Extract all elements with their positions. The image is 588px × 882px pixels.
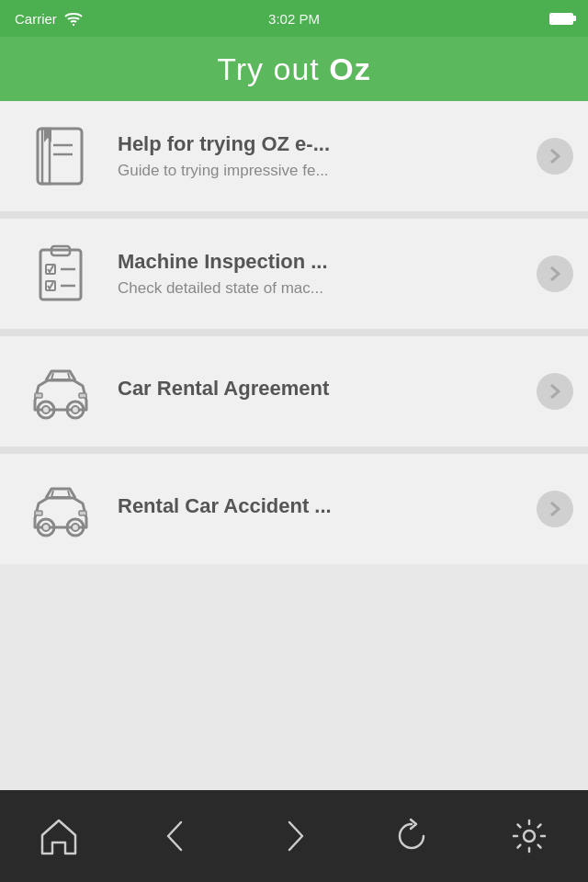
status-bar: Carrier 3:02 PM	[0, 0, 588, 37]
item-title-help: Help for trying OZ e-...	[118, 132, 526, 156]
chevron-help[interactable]	[537, 138, 573, 175]
item-text-rental: Car Rental Agreement	[107, 377, 537, 406]
clipboard-icon	[15, 237, 107, 311]
car-rental-icon	[15, 355, 107, 428]
item-text-help: Help for trying OZ e-... Guide to trying…	[107, 132, 537, 180]
app-title: Try out Oz	[217, 51, 370, 87]
chevron-inspection[interactable]	[537, 255, 573, 292]
item-title-accident: Rental Car Accident ...	[118, 494, 526, 518]
nav-back-button[interactable]	[144, 804, 209, 868]
status-time: 3:02 PM	[268, 11, 320, 27]
nav-refresh-button[interactable]	[379, 804, 444, 868]
svg-point-22	[72, 524, 79, 531]
item-subtitle-help: Guide to trying impressive fe...	[118, 162, 526, 180]
nav-home-button[interactable]	[27, 804, 91, 868]
item-title-inspection: Machine Inspection ...	[118, 250, 526, 274]
item-text-accident: Rental Car Accident ...	[107, 494, 537, 524]
chevron-accident[interactable]	[537, 491, 573, 527]
list-item-help[interactable]: Help for trying OZ e-... Guide to trying…	[0, 101, 588, 219]
bottom-nav	[0, 790, 588, 882]
car-accident-icon	[15, 472, 107, 546]
nav-settings-button[interactable]	[497, 804, 561, 868]
nav-forward-button[interactable]	[262, 804, 326, 868]
svg-rect-23	[35, 511, 42, 515]
book-icon	[15, 119, 107, 193]
item-text-inspection: Machine Inspection ... Check detailed st…	[107, 250, 537, 298]
svg-point-21	[42, 524, 50, 531]
svg-rect-16	[35, 393, 42, 398]
svg-point-25	[524, 831, 535, 842]
wifi-icon	[64, 11, 83, 26]
svg-point-15	[72, 406, 79, 413]
svg-point-14	[42, 406, 50, 413]
list-container: Help for trying OZ e-... Guide to trying…	[0, 101, 588, 564]
item-title-rental: Car Rental Agreement	[118, 377, 526, 401]
chevron-rental[interactable]	[537, 373, 573, 410]
svg-point-0	[73, 24, 74, 26]
item-subtitle-inspection: Check detailed state of mac...	[118, 279, 526, 298]
list-item-rental[interactable]: Car Rental Agreement	[0, 336, 588, 454]
svg-rect-24	[79, 511, 86, 515]
list-item-accident[interactable]: Rental Car Accident ...	[0, 454, 588, 564]
status-carrier: Carrier	[15, 11, 83, 27]
list-item-inspection[interactable]: Machine Inspection ... Check detailed st…	[0, 219, 588, 336]
battery-icon	[549, 13, 573, 25]
app-header: Try out Oz	[0, 37, 588, 101]
svg-rect-17	[79, 393, 86, 398]
svg-rect-5	[40, 250, 81, 300]
status-battery-area	[549, 13, 573, 25]
